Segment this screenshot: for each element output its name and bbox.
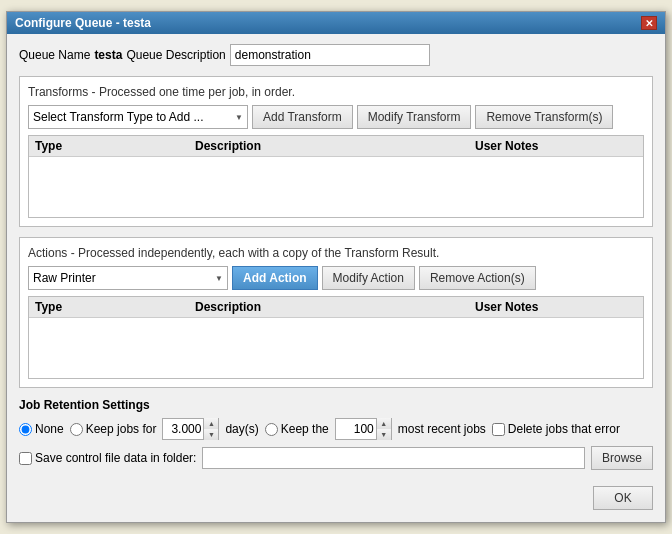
close-button[interactable]: ✕ — [641, 16, 657, 30]
actions-toolbar: Raw Printer ▼ Add Action Modify Action R… — [28, 266, 644, 290]
keep-recent-spin-up[interactable]: ▲ — [377, 418, 391, 429]
keep-recent-input[interactable] — [336, 421, 376, 437]
save-folder-input[interactable] — [202, 447, 585, 469]
window-title: Configure Queue - testa — [15, 16, 151, 30]
footer-row: OK — [19, 480, 653, 512]
ok-button[interactable]: OK — [593, 486, 653, 510]
keep-for-unit: day(s) — [225, 422, 258, 436]
queue-desc-input[interactable] — [230, 44, 430, 66]
keep-recent-spin-buttons: ▲ ▼ — [376, 418, 391, 440]
remove-transform-button[interactable]: Remove Transform(s) — [475, 105, 613, 129]
save-folder-checkbox[interactable] — [19, 452, 32, 465]
actions-col-type: Type — [35, 300, 195, 314]
transforms-col-desc: Description — [195, 139, 475, 153]
keep-for-spin-down[interactable]: ▼ — [204, 429, 218, 440]
actions-label: Actions - Processed independently, each … — [28, 246, 644, 260]
add-action-button[interactable]: Add Action — [232, 266, 318, 290]
action-type-dropdown[interactable]: Raw Printer ▼ — [28, 266, 228, 290]
transforms-col-type: Type — [35, 139, 195, 153]
actions-col-notes: User Notes — [475, 300, 637, 314]
retention-label: Job Retention Settings — [19, 398, 653, 412]
retention-row: None Keep jobs for ▲ ▼ day(s) — [19, 418, 653, 440]
queue-name-row: Queue Name testa Queue Description — [19, 44, 653, 66]
keep-recent-spinner: ▲ ▼ — [335, 418, 392, 440]
dropdown-arrow-icon: ▼ — [235, 113, 243, 122]
queue-name-label: Queue Name — [19, 48, 90, 62]
actions-table-header: Type Description User Notes — [29, 297, 643, 318]
actions-table-body — [29, 318, 643, 378]
retention-keepfor-option[interactable]: Keep jobs for — [70, 422, 157, 436]
keep-recent-spin-down[interactable]: ▼ — [377, 429, 391, 440]
actions-col-desc: Description — [195, 300, 475, 314]
transforms-col-notes: User Notes — [475, 139, 637, 153]
save-folder-label: Save control file data in folder: — [35, 451, 196, 465]
save-folder-option[interactable]: Save control file data in folder: — [19, 451, 196, 465]
transforms-label: Transforms - Processed one time per job,… — [28, 85, 644, 99]
keep-for-spinner: ▲ ▼ — [162, 418, 219, 440]
save-folder-row: Save control file data in folder: Browse — [19, 446, 653, 470]
retention-keeprecent-radio[interactable] — [265, 423, 278, 436]
retention-keepfor-radio[interactable] — [70, 423, 83, 436]
retention-keeprecent-label: Keep the — [281, 422, 329, 436]
retention-none-radio[interactable] — [19, 423, 32, 436]
modify-transform-button[interactable]: Modify Transform — [357, 105, 472, 129]
add-transform-button[interactable]: Add Transform — [252, 105, 353, 129]
transforms-section: Transforms - Processed one time per job,… — [19, 76, 653, 227]
keep-for-input[interactable] — [163, 421, 203, 437]
modify-action-button[interactable]: Modify Action — [322, 266, 415, 290]
delete-error-checkbox[interactable] — [492, 423, 505, 436]
transform-type-dropdown[interactable]: Select Transform Type to Add ... ▼ — [28, 105, 248, 129]
transforms-table-body — [29, 157, 643, 217]
delete-error-label: Delete jobs that error — [508, 422, 620, 436]
retention-section: Job Retention Settings None Keep jobs fo… — [19, 398, 653, 470]
actions-table: Type Description User Notes — [28, 296, 644, 379]
keep-for-spin-buttons: ▲ ▼ — [203, 418, 218, 440]
keep-for-spin-up[interactable]: ▲ — [204, 418, 218, 429]
actions-section: Actions - Processed independently, each … — [19, 237, 653, 388]
delete-error-option[interactable]: Delete jobs that error — [492, 422, 620, 436]
queue-desc-label: Queue Description — [126, 48, 225, 62]
keep-recent-unit: most recent jobs — [398, 422, 486, 436]
title-bar: Configure Queue - testa ✕ — [7, 12, 665, 34]
transforms-table: Type Description User Notes — [28, 135, 644, 218]
window-content: Queue Name testa Queue Description Trans… — [7, 34, 665, 522]
configure-queue-window: Configure Queue - testa ✕ Queue Name tes… — [6, 11, 666, 523]
action-dropdown-arrow-icon: ▼ — [215, 274, 223, 283]
remove-action-button[interactable]: Remove Action(s) — [419, 266, 536, 290]
transform-dropdown-text: Select Transform Type to Add ... — [33, 110, 204, 124]
queue-name-value: testa — [94, 48, 122, 62]
retention-none-label: None — [35, 422, 64, 436]
retention-keepfor-label: Keep jobs for — [86, 422, 157, 436]
browse-button[interactable]: Browse — [591, 446, 653, 470]
transforms-toolbar: Select Transform Type to Add ... ▼ Add T… — [28, 105, 644, 129]
retention-keeprecent-option[interactable]: Keep the — [265, 422, 329, 436]
transforms-table-header: Type Description User Notes — [29, 136, 643, 157]
action-dropdown-text: Raw Printer — [33, 271, 96, 285]
retention-none-option[interactable]: None — [19, 422, 64, 436]
